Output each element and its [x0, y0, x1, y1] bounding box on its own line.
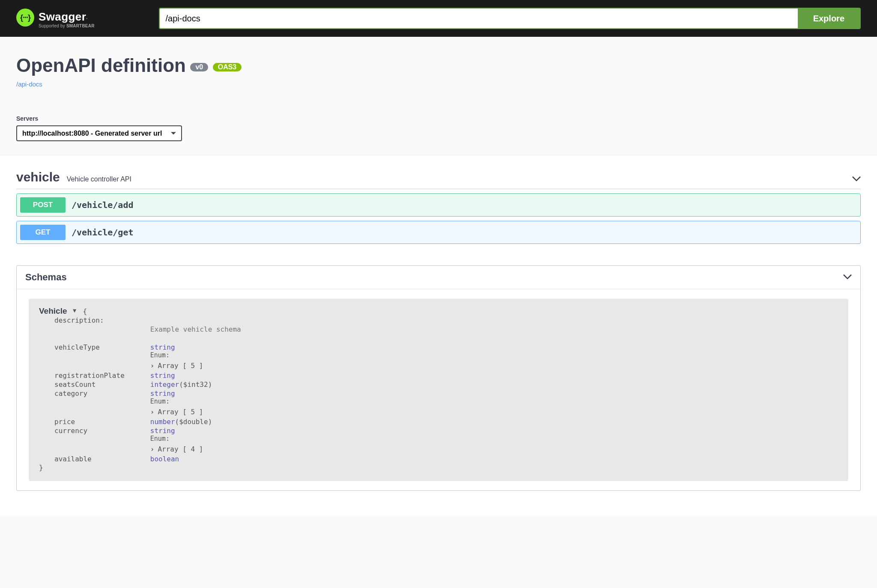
prop-key: vehicleType — [54, 343, 150, 359]
prop-type: number — [150, 418, 175, 426]
tag-collapse-toggle[interactable] — [852, 175, 861, 183]
servers-dropdown[interactable]: http://localhost:8080 - Generated server… — [16, 125, 182, 141]
enum-expand[interactable]: › Array [ 4 ] — [150, 445, 203, 453]
prop-format: ($double) — [175, 418, 212, 426]
close-brace: } — [39, 463, 838, 472]
schemas-section: Schemas Vehicle ▼ { description: — [16, 265, 861, 491]
swagger-icon: {···} — [16, 9, 34, 27]
spec-url-form: Explore — [159, 8, 861, 29]
prop-key: seatsCount — [54, 380, 150, 389]
chevron-down-icon — [852, 175, 861, 181]
prop-format: ($int32) — [179, 380, 212, 389]
tag-name: vehicle — [16, 170, 60, 184]
enum-expand[interactable]: › Array [ 5 ] — [150, 362, 203, 370]
prop-type: string — [150, 371, 175, 380]
schema-description: Example vehicle schema — [150, 325, 241, 334]
prop-key: category — [54, 389, 150, 406]
schemas-body: Vehicle ▼ { description: Example vehicle… — [17, 289, 860, 490]
chevron-right-icon: › — [150, 445, 155, 453]
schema-description-key: description: — [54, 316, 150, 325]
tag-description: Vehicle controller API — [67, 175, 131, 183]
prop-key: registrationPlate — [54, 371, 150, 380]
chevron-right-icon: › — [150, 408, 155, 416]
prop-key: available — [54, 454, 150, 463]
prop-type: integer — [150, 380, 179, 389]
swagger-logo-text: Swagger. Supported by SMARTBEAR — [39, 9, 95, 28]
topbar: {···} Swagger. Supported by SMARTBEAR Ex… — [0, 0, 877, 37]
schemas-header[interactable]: Schemas — [17, 266, 860, 289]
chevron-down-icon — [843, 273, 852, 279]
http-method-badge: GET — [20, 225, 66, 240]
tag-header[interactable]: vehicle Vehicle controller API — [16, 170, 861, 189]
schemas-title: Schemas — [25, 272, 67, 283]
operation-vehicle-add[interactable]: POST /vehicle/add — [16, 193, 861, 217]
enum-label: Enum: — [150, 398, 241, 405]
brand-name: Swagger — [39, 10, 86, 23]
servers-label: Servers — [16, 115, 861, 122]
prop-type: string — [150, 389, 175, 398]
enum-label: Enum: — [150, 351, 241, 359]
prop-key: currency — [54, 426, 150, 443]
prop-type: string — [150, 343, 175, 351]
main-content: vehicle Vehicle controller API POST /veh… — [0, 155, 877, 517]
schema-vehicle: Vehicle ▼ { description: Example vehicle… — [29, 299, 848, 481]
chevron-right-icon: › — [150, 362, 155, 370]
oas-badge: OAS3 — [213, 63, 242, 71]
operation-path: /vehicle/get — [72, 227, 134, 238]
operation-vehicle-get[interactable]: GET /vehicle/get — [16, 221, 861, 244]
swagger-logo[interactable]: {···} Swagger. Supported by SMARTBEAR — [16, 9, 95, 28]
enum-label: Enum: — [150, 435, 241, 442]
schema-name[interactable]: Vehicle — [39, 306, 67, 315]
http-method-badge: POST — [20, 197, 66, 213]
version-badge: v0 — [190, 63, 208, 71]
enum-expand[interactable]: › Array [ 5 ] — [150, 408, 203, 416]
prop-key: price — [54, 417, 150, 426]
tag-section-vehicle: vehicle Vehicle controller API POST /veh… — [16, 155, 861, 244]
api-title: OpenAPI definition — [16, 55, 186, 76]
prop-type: string — [150, 427, 175, 435]
open-brace: { — [83, 307, 87, 315]
servers-section: Servers http://localhost:8080 - Generate… — [0, 115, 877, 151]
schemas-collapse-toggle[interactable] — [843, 273, 852, 281]
caret-down-icon[interactable]: ▼ — [73, 307, 76, 314]
operation-path: /vehicle/add — [72, 200, 134, 210]
info-section: OpenAPI definition v0 OAS3 /api-docs — [0, 37, 877, 95]
explore-button[interactable]: Explore — [798, 9, 860, 28]
prop-type: boolean — [150, 455, 179, 463]
spec-url-input[interactable] — [160, 9, 798, 28]
docs-url-link[interactable]: /api-docs — [16, 80, 861, 88]
brand-supported-by: Supported by SMARTBEAR — [39, 24, 95, 28]
